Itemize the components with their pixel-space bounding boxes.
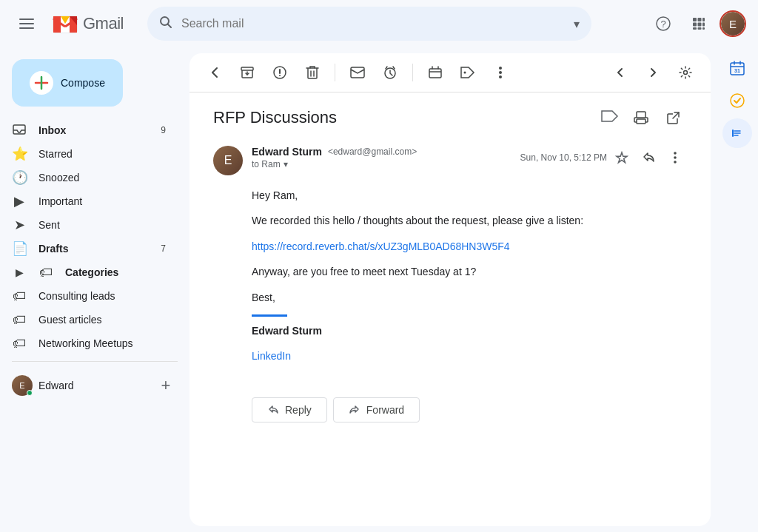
sidebar-item-drafts[interactable]: 📄 Drafts 7 xyxy=(0,237,178,260)
label-button[interactable] xyxy=(455,59,481,86)
calendar-button[interactable]: 31 xyxy=(722,53,752,83)
compose-plus-icon xyxy=(30,71,53,95)
search-icon xyxy=(159,16,172,33)
svg-point-41 xyxy=(674,152,677,155)
label-icon-3: 🏷 xyxy=(12,336,27,351)
archive-button[interactable] xyxy=(234,59,261,86)
svg-point-26 xyxy=(279,75,281,76)
body-line2: Anyway, are you free to meet next Tuesda… xyxy=(252,263,687,280)
apps-button[interactable] xyxy=(684,9,714,38)
svg-rect-17 xyxy=(698,27,702,30)
sidebar-item-consulting-leads[interactable]: 🏷 Consulting leads xyxy=(0,284,178,308)
delete-button[interactable] xyxy=(299,59,326,86)
add-account-button[interactable]: + xyxy=(154,374,178,397)
svg-line-32 xyxy=(393,67,395,69)
svg-line-7 xyxy=(167,24,171,27)
sidebar-item-snoozed[interactable]: 🕐 Snoozed xyxy=(0,166,178,189)
gmail-logo: Gmail xyxy=(50,9,124,38)
right-sidebar: 31 xyxy=(717,47,758,532)
svg-point-36 xyxy=(499,71,502,74)
categories-expand-icon: ▶ xyxy=(12,266,27,278)
body-greeting: Hey Ram, xyxy=(252,187,687,203)
sender-name: Edward Sturm xyxy=(252,146,322,158)
snooze-button[interactable] xyxy=(377,59,403,86)
tasks-button[interactable] xyxy=(722,86,752,115)
search-input[interactable] xyxy=(181,17,565,30)
gmail-logo-text: Gmail xyxy=(83,14,124,33)
sender-avatar: E xyxy=(213,146,243,175)
top-bar: Gmail ▾ ? xyxy=(0,0,758,47)
popout-button[interactable] xyxy=(660,104,687,131)
sidebar-user-section: E Edward + xyxy=(0,368,190,403)
compose-button[interactable]: Compose xyxy=(12,59,123,107)
sidebar-item-sent[interactable]: ➤ Sent xyxy=(0,213,178,237)
more-toolbar-button[interactable] xyxy=(487,59,514,86)
snooze-icon: 🕐 xyxy=(12,169,27,186)
sidebar-item-starred[interactable]: ⭐ Starred xyxy=(0,142,178,166)
forward-button[interactable]: Forward xyxy=(333,397,420,422)
message-header: E Edward Sturm <edward@gmail.com> to Ram… xyxy=(213,146,687,175)
email-subject: RFP Discussions xyxy=(213,108,592,127)
keep-button[interactable] xyxy=(722,118,752,148)
svg-rect-33 xyxy=(429,69,441,78)
message-wrapper: E Edward Sturm <edward@gmail.com> to Ram… xyxy=(213,146,687,385)
sidebar-item-inbox[interactable]: Inbox 9 xyxy=(0,118,178,142)
avatar-button[interactable]: E xyxy=(720,10,746,37)
sidebar-item-important[interactable]: ▶ Important xyxy=(0,189,178,213)
body-link[interactable]: https://record.reverb.chat/s/xUZ3gMLB0AD… xyxy=(252,240,510,252)
svg-rect-2 xyxy=(19,27,34,29)
toolbar-divider-1 xyxy=(335,64,335,81)
help-button[interactable]: ? xyxy=(648,9,678,38)
email-area: RFP Discussions xyxy=(190,53,711,526)
svg-point-34 xyxy=(464,72,466,74)
prev-email-button[interactable] xyxy=(607,59,634,86)
email-content: RFP Discussions xyxy=(190,92,711,526)
sidebar-avatar: E xyxy=(12,375,33,396)
move-to-button[interactable] xyxy=(422,59,449,86)
svg-rect-15 xyxy=(702,23,705,27)
toolbar-divider-2 xyxy=(412,64,413,81)
print-button[interactable] xyxy=(628,104,654,131)
recipient-chevron-icon[interactable]: ▾ xyxy=(284,159,288,169)
reply-button[interactable]: Reply xyxy=(252,397,327,422)
spam-button[interactable] xyxy=(266,59,293,86)
svg-rect-18 xyxy=(702,27,705,30)
svg-point-42 xyxy=(674,156,677,159)
sidebar-username: Edward xyxy=(38,380,73,391)
sidebar-item-networking-meetups[interactable]: 🏷 Networking Meetups xyxy=(0,331,178,355)
star-message-button[interactable] xyxy=(610,146,634,169)
email-toolbar xyxy=(190,53,711,92)
message-sender-info: Edward Sturm <edward@gmail.com> to Ram ▾ xyxy=(252,146,512,169)
more-message-button[interactable] xyxy=(663,146,687,169)
search-chevron-icon[interactable]: ▾ xyxy=(574,17,580,31)
svg-point-37 xyxy=(499,75,502,78)
svg-rect-29 xyxy=(351,67,364,78)
main-layout: Compose Inbox 9 ⭐ Starred 🕐 Snoozed ▶ xyxy=(0,47,758,532)
label-icon-1: 🏷 xyxy=(12,289,27,304)
message-actions xyxy=(610,146,687,169)
drafts-icon: 📄 xyxy=(12,240,27,257)
reply-message-button[interactable] xyxy=(637,146,660,169)
settings-button[interactable] xyxy=(672,59,699,86)
svg-rect-40 xyxy=(637,119,645,124)
svg-text:?: ? xyxy=(660,18,665,30)
signature-name: Edward Sturm xyxy=(252,323,687,339)
search-bar: ▾ xyxy=(147,7,591,41)
back-button[interactable] xyxy=(201,59,228,86)
next-email-button[interactable] xyxy=(640,59,666,86)
svg-rect-13 xyxy=(693,23,697,27)
svg-rect-1 xyxy=(19,23,34,24)
linkedin-link[interactable]: LinkedIn xyxy=(252,350,291,362)
email-subject-row: RFP Discussions xyxy=(213,104,687,131)
mark-unread-button[interactable] xyxy=(344,59,371,86)
signature-divider xyxy=(252,314,287,317)
svg-rect-22 xyxy=(241,67,253,70)
svg-rect-11 xyxy=(698,18,702,21)
sidebar-item-guest-articles[interactable]: 🏷 Guest articles xyxy=(0,308,178,331)
svg-rect-0 xyxy=(19,18,34,20)
menu-button[interactable] xyxy=(12,9,41,38)
sidebar-item-categories[interactable]: ▶ 🏷 Categories xyxy=(0,260,178,284)
email-date: Sun, Nov 10, 5:12 PM xyxy=(520,152,607,163)
message-meta: Sun, Nov 10, 5:12 PM xyxy=(520,146,687,169)
svg-point-38 xyxy=(684,71,688,75)
